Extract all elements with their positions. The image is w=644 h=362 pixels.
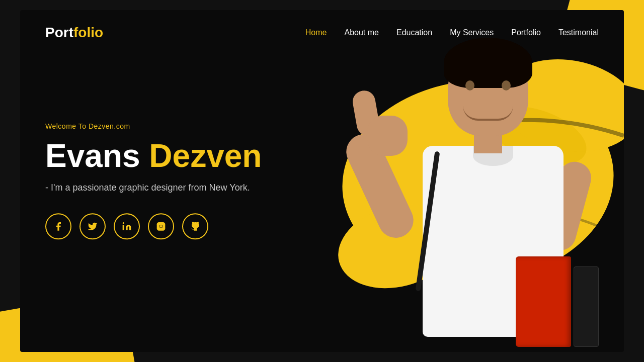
nav-item-portfolio[interactable]: Portfolio: [511, 28, 541, 37]
person-head: [448, 45, 528, 136]
screen-wrapper: Portfolio Home About me Education My Ser…: [0, 0, 644, 362]
logo[interactable]: Portfolio: [45, 25, 103, 41]
hero-name: Evans Dezven: [45, 138, 262, 173]
svg-point-2: [160, 225, 163, 228]
nav-item-testimonial[interactable]: Testimonial: [558, 28, 599, 37]
nav-item-education[interactable]: Education: [396, 28, 432, 37]
book-dark: [574, 266, 599, 347]
eye-right: [502, 80, 511, 90]
welcome-text: Welcome To Dezven.com: [45, 122, 262, 130]
person-figure: [347, 30, 609, 352]
book-red: [516, 256, 571, 347]
nav-links: Home About me Education My Services Port…: [305, 28, 599, 37]
hero-last-name: Dezven: [149, 138, 262, 174]
instagram-icon: [156, 222, 166, 232]
nav-link-about[interactable]: About me: [344, 28, 378, 37]
eye-left: [465, 80, 474, 90]
hero-subtitle: - I'm a passionate graphic designer from…: [45, 183, 262, 194]
nav-link-services[interactable]: My Services: [450, 28, 494, 37]
logo-part1: Port: [45, 25, 73, 40]
nav-item-home[interactable]: Home: [305, 28, 327, 37]
smile: [463, 106, 513, 121]
linkedin-button[interactable]: [114, 214, 140, 240]
hero-section: Welcome To Dezven.com Evans Dezven - I'm…: [20, 10, 624, 352]
nav-link-portfolio[interactable]: Portfolio: [511, 28, 541, 37]
hero-right: [292, 10, 624, 352]
github-icon: [190, 222, 200, 232]
logo-part2: folio: [73, 25, 103, 40]
github-button[interactable]: [182, 214, 208, 240]
nav-link-testimonial[interactable]: Testimonial: [558, 28, 599, 37]
hero-left: Welcome To Dezven.com Evans Dezven - I'm…: [45, 122, 262, 239]
hero-first-name: Evans: [45, 138, 140, 174]
nav-item-about[interactable]: About me: [344, 28, 378, 37]
social-icons: [45, 214, 262, 240]
instagram-button[interactable]: [148, 214, 174, 240]
twitter-icon: [88, 222, 98, 232]
navbar: Portfolio Home About me Education My Ser…: [20, 10, 624, 55]
facebook-button[interactable]: [45, 214, 71, 240]
nav-link-home[interactable]: Home: [305, 28, 327, 37]
nav-link-education[interactable]: Education: [396, 28, 432, 37]
facebook-icon: [53, 222, 63, 232]
hand: [367, 116, 408, 156]
twitter-button[interactable]: [79, 214, 106, 240]
linkedin-icon: [122, 222, 132, 232]
nav-item-services[interactable]: My Services: [450, 28, 494, 37]
svg-point-0: [123, 222, 124, 224]
books-container: [516, 256, 599, 347]
portfolio-card: Portfolio Home About me Education My Ser…: [20, 10, 624, 352]
